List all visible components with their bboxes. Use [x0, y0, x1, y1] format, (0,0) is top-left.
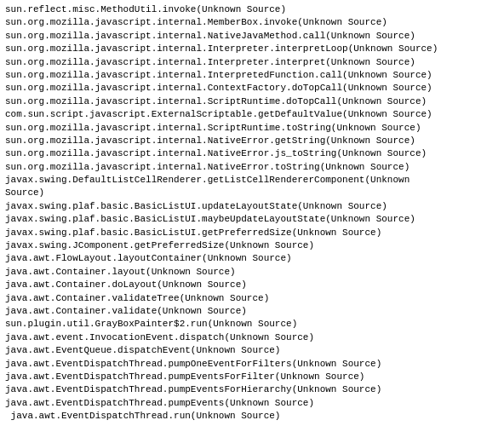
stack-line: java.awt.EventDispatchThread.pumpEventsF…: [5, 383, 499, 396]
stack-line: sun.org.mozilla.javascript.internal.Cont…: [5, 82, 499, 95]
stack-line: java.awt.Container.validateTree(Unknown …: [5, 292, 499, 305]
stack-line: sun.org.mozilla.javascript.internal.Memb…: [5, 16, 499, 29]
stack-line: sun.plugin.util.GrayBoxPainter$2.run(Unk…: [5, 318, 499, 331]
stack-line: javax.swing.JComponent.getPreferredSize(…: [5, 239, 499, 252]
stack-line: javax.swing.DefaultListCellRenderer.getL…: [5, 174, 499, 200]
stack-line: sun.org.mozilla.javascript.internal.Nati…: [5, 161, 499, 174]
stack-line: sun.org.mozilla.javascript.internal.Inte…: [5, 56, 499, 69]
stack-line: sun.org.mozilla.javascript.internal.Scri…: [5, 122, 499, 135]
stack-line: java.awt.FlowLayout.layoutContainer(Unkn…: [5, 252, 499, 265]
stack-line: java.awt.EventDispatchThread.run(Unknown…: [5, 410, 499, 423]
stack-line: javax.swing.plaf.basic.BasicListUI.updat…: [5, 200, 499, 213]
stack-line: java.awt.Container.validate(Unknown Sour…: [5, 305, 499, 318]
stack-line: sun.org.mozilla.javascript.internal.Inte…: [5, 69, 499, 82]
stack-line: sun.org.mozilla.javascript.internal.Nati…: [5, 147, 499, 160]
stack-line: sun.org.mozilla.javascript.internal.Scri…: [5, 95, 499, 108]
stack-line: sun.org.mozilla.javascript.internal.Nati…: [5, 135, 499, 147]
stack-line: java.awt.EventQueue.dispatchEvent(Unknow…: [5, 344, 499, 357]
stack-line: sun.org.mozilla.javascript.internal.Nati…: [5, 30, 499, 43]
stack-line: sun.org.mozilla.javascript.internal.Inte…: [5, 43, 499, 55]
stack-line: com.sun.script.javascript.ExternalScript…: [5, 108, 499, 121]
stack-line: java.awt.Container.layout(Unknown Source…: [5, 266, 499, 279]
stack-trace-container[interactable]: sun.reflect.misc.MethodUtil.invoke(Unkno…: [0, 0, 504, 426]
stack-line: java.awt.EventDispatchThread.pumpEvents(…: [5, 397, 499, 410]
stack-line: javax.swing.plaf.basic.BasicListUI.maybe…: [5, 213, 499, 226]
stack-line: java.awt.EventDispatchThread.pumpEventsF…: [5, 371, 499, 383]
stack-line: javax.swing.plaf.basic.BasicListUI.getPr…: [5, 227, 499, 239]
stack-line: java.awt.EventDispatchThread.pumpOneEven…: [5, 358, 499, 371]
stack-line: java.awt.Container.doLayout(Unknown Sour…: [5, 279, 499, 291]
stack-line: sun.reflect.misc.MethodUtil.invoke(Unkno…: [5, 3, 499, 16]
stack-line: java.awt.event.InvocationEvent.dispatch(…: [5, 331, 499, 344]
